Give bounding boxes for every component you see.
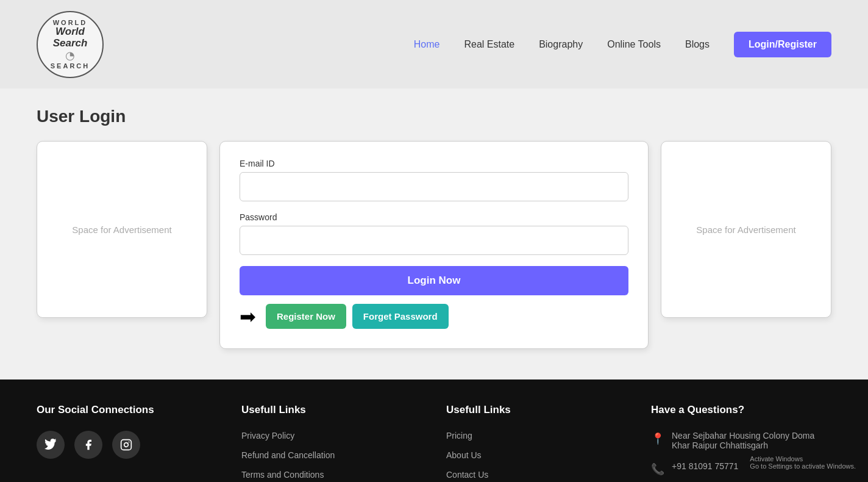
footer-privacy-policy[interactable]: Privacy Policy: [241, 431, 422, 441]
footer-about-us[interactable]: About Us: [446, 450, 627, 460]
main-content: User Login Space for Advertisement E-mai…: [0, 88, 868, 379]
email-label: E-mail ID: [240, 159, 628, 168]
phone-icon: 📞: [651, 462, 664, 476]
logo-world: WORLD: [53, 19, 88, 26]
three-col-layout: Space for Advertisement E-mail ID Passwo…: [37, 141, 831, 349]
footer-social-title: Our Social Connections: [37, 404, 217, 416]
password-label: Password: [240, 212, 628, 222]
social-icons: [37, 431, 217, 459]
logo-search: SEARCH: [51, 62, 90, 70]
arrow-icon: ➡: [240, 305, 256, 328]
header: WORLD World Search ◔ SEARCH Home Real Es…: [0, 0, 868, 88]
windows-watermark: Activate Windows Go to Settings to activ…: [750, 455, 856, 470]
bottom-actions: ➡ Register Now Forget Password: [240, 304, 628, 329]
footer-address: 📍 Near Sejbahar Housing Colony Doma Khar…: [651, 431, 831, 450]
footer-social-col: Our Social Connections: [37, 404, 217, 482]
ad-right: Space for Advertisement: [661, 141, 831, 318]
footer-links2-col: Usefull Links Pricing About Us Contact U…: [446, 404, 627, 482]
twitter-icon[interactable]: [37, 431, 65, 459]
nav-blogs[interactable]: Blogs: [685, 39, 710, 50]
nav-online-tools[interactable]: Online Tools: [607, 39, 661, 50]
register-now-button[interactable]: Register Now: [266, 304, 346, 329]
footer-links1-title: Usefull Links: [241, 404, 422, 416]
logo-main: World Search: [38, 26, 102, 49]
instagram-icon[interactable]: [112, 431, 140, 459]
email-input[interactable]: [240, 172, 628, 201]
nav: Home Real Estate Biography Online Tools …: [414, 32, 831, 57]
footer: Our Social Connections Usefull Links Pri…: [0, 379, 868, 482]
password-input[interactable]: [240, 226, 628, 255]
svg-rect-0: [121, 440, 132, 450]
ad-left: Space for Advertisement: [37, 141, 207, 318]
forget-password-button[interactable]: Forget Password: [352, 304, 449, 329]
login-now-button[interactable]: Login Now: [240, 266, 628, 295]
footer-contact-col: Have a Questions? 📍 Near Sejbahar Housin…: [651, 404, 831, 482]
footer-terms-conditions[interactable]: Terms and Conditions: [241, 470, 422, 480]
nav-home[interactable]: Home: [414, 39, 440, 50]
footer-contact-us[interactable]: Contact Us: [446, 470, 627, 480]
facebook-icon[interactable]: [74, 431, 102, 459]
login-register-button[interactable]: Login/Register: [734, 32, 831, 57]
logo-icon: ◔: [65, 49, 75, 62]
nav-biography[interactable]: Biography: [539, 39, 583, 50]
page-title: User Login: [37, 107, 831, 126]
login-card: E-mail ID Password Login Now ➡ Register …: [219, 141, 649, 349]
logo-circle: WORLD World Search ◔ SEARCH: [37, 11, 104, 78]
footer-refund-cancellation[interactable]: Refund and Cancellation: [241, 450, 422, 460]
logo: WORLD World Search ◔ SEARCH: [37, 11, 104, 78]
footer-pricing[interactable]: Pricing: [446, 431, 627, 441]
location-icon: 📍: [651, 432, 664, 445]
footer-links2-title: Usefull Links: [446, 404, 627, 416]
footer-contact-title: Have a Questions?: [651, 404, 831, 416]
nav-real-estate[interactable]: Real Estate: [464, 39, 514, 50]
footer-links1-col: Usefull Links Privacy Policy Refund and …: [241, 404, 422, 482]
